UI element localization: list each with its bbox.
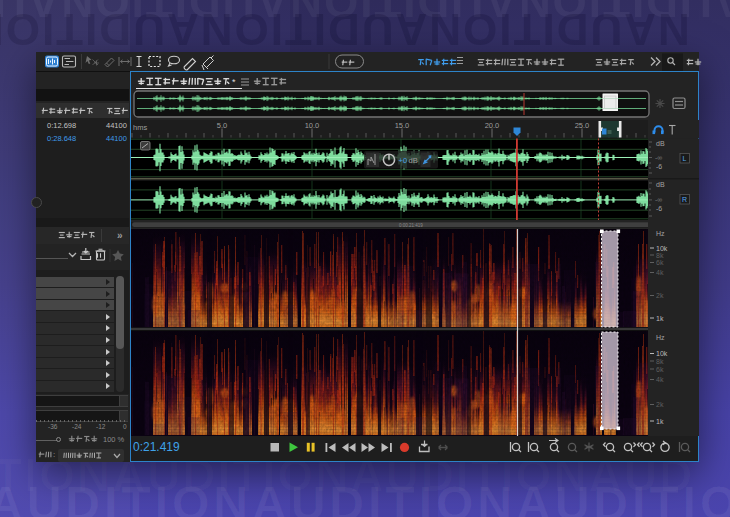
svg-text:2k: 2k [656, 292, 664, 299]
svg-text:10.0: 10.0 [305, 121, 320, 130]
svg-text:-6: -6 [656, 205, 662, 212]
svg-text:0:00.21:419: 0:00.21:419 [399, 223, 423, 228]
svg-text:15.0: 15.0 [395, 121, 410, 130]
svg-text:dB: dB [656, 181, 665, 188]
svg-text:5.0: 5.0 [217, 121, 227, 130]
svg-text:1k: 1k [656, 315, 664, 322]
svg-text:4k: 4k [656, 376, 664, 383]
svg-text:8k: 8k [656, 252, 664, 259]
svg-text:L: L [683, 155, 687, 162]
svg-text:10k: 10k [656, 245, 668, 252]
svg-text:20.0: 20.0 [485, 121, 500, 130]
svg-text:25.0: 25.0 [575, 121, 590, 130]
svg-text:-6: -6 [656, 163, 662, 170]
svg-text:hms: hms [133, 123, 147, 132]
svg-text:10k: 10k [656, 350, 668, 357]
svg-text:8k: 8k [656, 358, 664, 365]
svg-text:-∞: -∞ [655, 154, 662, 161]
svg-text:4k: 4k [656, 269, 664, 276]
svg-text:6k: 6k [656, 259, 664, 266]
svg-text:2k: 2k [656, 401, 664, 408]
svg-text:1k: 1k [656, 418, 664, 425]
svg-text:-∞: -∞ [655, 196, 662, 203]
svg-text:R: R [682, 196, 687, 203]
svg-text:dB: dB [409, 156, 418, 165]
svg-text:6k: 6k [656, 366, 664, 373]
svg-text:+0: +0 [399, 156, 408, 165]
svg-text:dB: dB [656, 140, 665, 147]
svg-text:Hz: Hz [656, 334, 665, 341]
svg-text:Hz: Hz [656, 230, 665, 237]
